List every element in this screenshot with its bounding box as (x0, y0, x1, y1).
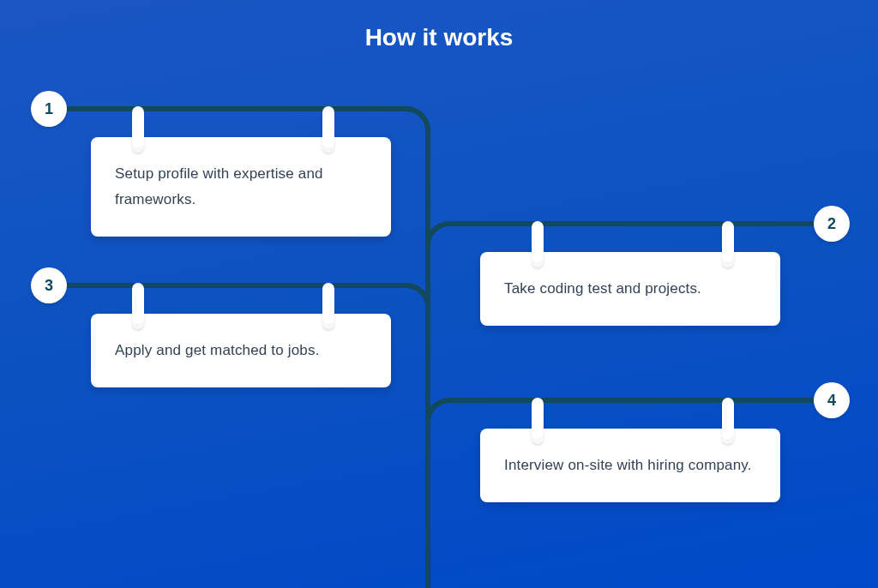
step-text: Apply and get matched to jobs. (115, 342, 320, 358)
step-card-1: Setup profile with expertise and framewo… (91, 137, 391, 237)
card-hook (722, 221, 734, 267)
card-hook (132, 106, 144, 153)
card-hook (322, 106, 334, 153)
branch-line-1 (58, 106, 408, 111)
step-number-1: 1 (31, 91, 67, 127)
card-hook (722, 398, 734, 444)
branch-line-4 (449, 398, 830, 403)
branch-stem (425, 129, 430, 588)
card-hook (532, 398, 544, 444)
step-card-2: Take coding test and projects. (480, 252, 780, 326)
card-hook (132, 283, 144, 329)
card-hook (532, 221, 544, 267)
branch-corner-1 (403, 106, 430, 134)
card-hook (322, 283, 334, 329)
step-text: Interview on-site with hiring company. (504, 457, 752, 473)
branch-line-2 (449, 221, 830, 226)
step-card-3: Apply and get matched to jobs. (91, 314, 391, 387)
step-card-4: Interview on-site with hiring company. (480, 429, 780, 502)
step-text: Take coding test and projects. (504, 280, 701, 297)
section-title: How it works (0, 24, 878, 51)
branch-line-3 (58, 283, 408, 288)
step-number-4: 4 (814, 382, 850, 418)
step-number-3: 3 (31, 267, 67, 303)
step-text: Setup profile with expertise and framewo… (115, 165, 323, 207)
step-number-2: 2 (814, 206, 850, 242)
